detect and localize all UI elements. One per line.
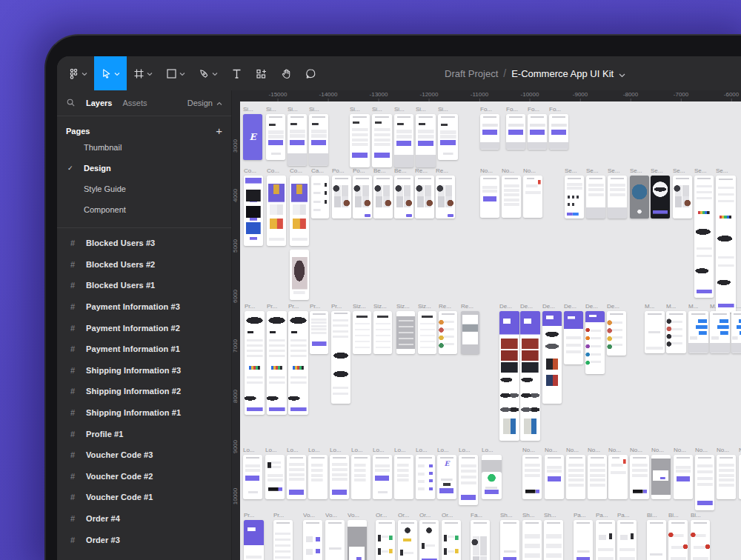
canvas-frame[interactable] [716,176,736,313]
canvas-frame[interactable] [545,455,564,499]
layer-item[interactable]: #Blocked Users #2 [57,254,231,276]
canvas-frame[interactable] [373,176,393,219]
artboard-label[interactable]: Siz... [353,303,376,310]
canvas-frame[interactable] [731,311,741,353]
artboard-label[interactable]: Lo... [416,447,439,453]
canvas-frame[interactable] [499,311,519,441]
canvas-frame[interactable] [502,176,521,218]
canvas-frame[interactable] [419,520,439,560]
artboard-label[interactable]: Co... [290,167,313,174]
canvas-frame[interactable] [673,176,692,219]
artboard-label[interactable]: Co... [267,167,290,174]
canvas-frame[interactable] [574,520,593,560]
canvas-frame[interactable] [608,455,628,499]
artboard-label[interactable]: Pa... [596,512,619,519]
artboard-label[interactable]: Fo... [528,106,551,113]
canvas-frame[interactable] [310,311,328,354]
add-page-button[interactable]: + [216,127,222,135]
artboard-label[interactable]: Se... [608,167,631,174]
canvas-frame[interactable] [396,311,415,354]
canvas-frame[interactable] [415,176,434,219]
artboard-label[interactable]: De... [564,303,588,310]
artboard-label[interactable]: No... [480,167,504,174]
canvas-frame[interactable] [418,311,436,354]
canvas-frame[interactable] [480,114,499,150]
artboard-label[interactable]: De... [585,303,609,310]
artboard-label[interactable]: Pr... [245,303,269,310]
artboard-label[interactable]: Re... [439,303,462,310]
artboard-label[interactable]: Si... [243,106,267,113]
artboard-label[interactable]: Fo... [506,106,530,113]
canvas-frame[interactable] [461,311,479,354]
canvas-frame[interactable] [244,520,264,560]
canvas-frame[interactable] [243,114,262,160]
canvas-frame[interactable] [331,311,350,404]
canvas-frame[interactable] [506,114,525,150]
canvas-frame[interactable] [522,455,542,499]
canvas-frame[interactable] [398,520,417,560]
canvas-frame[interactable] [288,311,308,415]
artboard-label[interactable]: Siz... [373,303,396,310]
page-item-component[interactable]: Component [57,199,231,220]
search-icon[interactable] [66,98,76,109]
canvas-frame[interactable] [373,311,392,354]
layer-item[interactable]: #Payment Information #1 [57,339,231,360]
artboard-label[interactable]: Ca... [311,167,333,174]
canvas-frame[interactable] [586,176,605,219]
canvas-frame[interactable] [290,176,309,246]
chevron-down-icon[interactable] [619,69,625,80]
artboard-label[interactable]: Lo... [308,447,332,453]
artboard-label[interactable]: Lo... [265,447,289,453]
artboard-label[interactable]: Bl... [668,512,692,519]
tool-frame[interactable] [127,56,159,90]
canvas-frame[interactable] [330,455,349,499]
layer-item[interactable]: #Voucher Code #3 [57,444,231,466]
breadcrumb-file-name[interactable]: E-Commerce App UI Kit [511,68,614,79]
canvas-frame[interactable] [332,176,351,219]
layer-item[interactable]: #Blocked Users #1 [57,275,231,296]
canvas-frame[interactable] [267,176,286,246]
artboard-label[interactable]: Si... [394,106,418,113]
canvas-frame[interactable] [523,176,542,218]
layer-item[interactable]: #Voucher Code #1 [57,487,231,508]
artboard-label[interactable]: No... [630,447,654,453]
page-item-thumbnail[interactable]: Thumbnail [57,137,231,158]
artboard-label[interactable]: Si... [266,106,290,113]
artboard-label[interactable]: Se... [565,167,588,174]
canvas-frame[interactable] [416,114,436,167]
artboard-label[interactable]: No... [674,447,697,453]
canvas-frame[interactable] [565,176,584,219]
canvas-frame[interactable] [651,176,670,219]
canvas-frame[interactable] [439,311,457,354]
layer-item[interactable]: #Shipping Information #2 [57,381,231,402]
artboard-label[interactable]: Lo... [459,447,482,453]
canvas-frame[interactable] [500,520,519,560]
artboard-label[interactable]: Lo... [373,447,396,453]
canvas-frame[interactable] [442,520,461,560]
canvas-frame[interactable] [350,114,370,167]
canvas-frame[interactable] [710,311,730,353]
artboard-label[interactable]: Bl... [647,512,671,519]
artboard-label[interactable]: Siz... [418,303,441,310]
layer-item[interactable]: #Voucher Code #2 [57,466,231,487]
canvas-frame[interactable] [266,114,285,160]
canvas-frame[interactable] [265,455,285,499]
tool-move[interactable] [94,56,127,90]
artboard-label[interactable]: Sh... [500,512,524,519]
canvas-frame[interactable] [471,520,490,560]
artboard-label[interactable]: Se... [716,167,740,174]
artboard-label[interactable]: Vo... [303,512,327,519]
artboard-label[interactable]: De... [542,303,566,310]
artboard-label[interactable]: Lo... [243,447,267,453]
artboard-label[interactable]: Sh... [522,512,546,519]
artboard-label[interactable]: Se... [694,167,718,174]
canvas-frame[interactable] [668,520,688,560]
artboard-label[interactable]: Re... [436,167,459,174]
canvas-frame[interactable] [373,455,392,499]
canvas-frame[interactable] [309,114,328,166]
layer-item[interactable]: #Order #3 [57,529,231,550]
artboard-label[interactable]: Fo... [549,106,573,113]
artboard-label[interactable]: Pa... [574,512,597,519]
artboard-label[interactable]: M... [666,303,691,310]
tool-pen[interactable] [192,56,225,90]
